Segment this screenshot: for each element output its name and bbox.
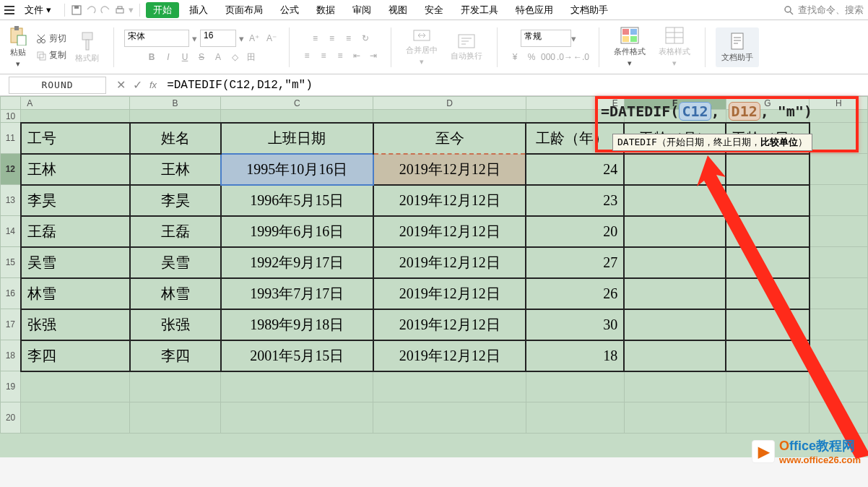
- cell[interactable]: 至今: [373, 123, 526, 154]
- cell[interactable]: 26: [526, 278, 624, 309]
- align-center-icon[interactable]: ≡: [316, 48, 331, 63]
- cell[interactable]: 1993年7月17日: [221, 278, 373, 309]
- cell[interactable]: [624, 216, 726, 247]
- cell[interactable]: 王磊: [130, 216, 221, 247]
- cell[interactable]: 李昊: [130, 185, 221, 216]
- cell[interactable]: 20: [526, 216, 624, 247]
- menu-tab-formula[interactable]: 公式: [273, 2, 306, 18]
- cell[interactable]: 上班日期: [221, 123, 373, 154]
- col-header-D[interactable]: D: [373, 97, 526, 110]
- increase-font-icon[interactable]: A⁺: [247, 31, 261, 46]
- cell[interactable]: 吴雪: [21, 247, 130, 278]
- row-header[interactable]: 14: [1, 216, 21, 247]
- cell[interactable]: 1989年9月18日: [221, 309, 373, 340]
- align-right-icon[interactable]: ≡: [333, 48, 347, 63]
- cell[interactable]: 2019年12月12日: [373, 309, 526, 340]
- cell[interactable]: 工号: [21, 123, 130, 154]
- number-format-select[interactable]: 常规: [521, 30, 571, 47]
- col-header-H[interactable]: H: [810, 97, 868, 110]
- currency-icon[interactable]: ¥: [508, 50, 522, 64]
- col-header-B[interactable]: B: [130, 97, 221, 110]
- cell[interactable]: [624, 340, 726, 371]
- row-header[interactable]: 18: [1, 340, 21, 371]
- format-painter-button[interactable]: 格式刷: [71, 30, 103, 65]
- cell[interactable]: 2001年5月15日: [221, 340, 373, 371]
- cell[interactable]: [726, 154, 810, 185]
- cell[interactable]: 24: [526, 154, 624, 185]
- align-top-icon[interactable]: ≡: [308, 31, 323, 46]
- cell[interactable]: 张强: [130, 309, 221, 340]
- menu-tab-assist[interactable]: 文档助手: [563, 2, 615, 18]
- formula-accept-icon[interactable]: ✓: [133, 78, 142, 92]
- cell[interactable]: 2019年12月12日: [373, 340, 526, 371]
- print-icon[interactable]: [114, 4, 126, 16]
- cell[interactable]: 王磊: [21, 216, 130, 247]
- menu-tab-special[interactable]: 特色应用: [508, 2, 560, 18]
- menu-tab-insert[interactable]: 插入: [182, 2, 215, 18]
- font-color-icon[interactable]: A: [211, 50, 225, 64]
- cell[interactable]: 2019年12月12日: [373, 185, 526, 216]
- cell[interactable]: 1992年9月17日: [221, 247, 373, 278]
- align-bot-icon[interactable]: ≡: [342, 31, 356, 46]
- col-header-C[interactable]: C: [221, 97, 373, 110]
- decrease-font-icon[interactable]: A⁻: [264, 31, 279, 46]
- indent-inc-icon[interactable]: ⇥: [366, 48, 381, 63]
- hamburger-icon[interactable]: [4, 6, 14, 14]
- cell[interactable]: [624, 247, 726, 278]
- wrap-button[interactable]: 自动换行: [446, 32, 487, 63]
- cell[interactable]: [726, 247, 810, 278]
- menu-tab-layout[interactable]: 页面布局: [218, 2, 270, 18]
- cell[interactable]: 2019年12月12日: [373, 216, 526, 247]
- cell[interactable]: 李四: [21, 340, 130, 371]
- cell[interactable]: 2019年12月12日: [373, 278, 526, 309]
- cell[interactable]: 王林: [130, 154, 221, 185]
- indent-dec-icon[interactable]: ⇤: [350, 48, 364, 63]
- row-header[interactable]: 19: [1, 371, 21, 402]
- cell[interactable]: 23: [526, 185, 624, 216]
- menu-tab-security[interactable]: 安全: [417, 2, 451, 18]
- comma-icon[interactable]: 000: [541, 50, 555, 64]
- cell[interactable]: 姓名: [130, 123, 221, 154]
- row-header[interactable]: 17: [1, 309, 21, 340]
- dec-inc-icon[interactable]: .0→: [557, 50, 572, 64]
- menu-tab-review[interactable]: 审阅: [345, 2, 378, 18]
- row-header[interactable]: 10: [1, 110, 21, 123]
- font-family-select[interactable]: 宋体: [124, 30, 189, 47]
- cell[interactable]: 李四: [130, 340, 221, 371]
- row-header[interactable]: 12: [1, 154, 21, 185]
- cell[interactable]: [726, 340, 810, 371]
- cell[interactable]: 吴雪: [130, 247, 221, 278]
- orient-icon[interactable]: ↻: [358, 31, 373, 46]
- row-header[interactable]: 11: [1, 123, 21, 154]
- row-header[interactable]: 13: [1, 185, 21, 216]
- formula-input[interactable]: [161, 75, 868, 95]
- menu-tab-view[interactable]: 视图: [381, 2, 415, 18]
- percent-icon[interactable]: %: [524, 50, 539, 64]
- cell[interactable]: 李昊: [21, 185, 130, 216]
- cell[interactable]: [624, 278, 726, 309]
- menubar-search[interactable]: 查找命令、搜索: [784, 4, 864, 17]
- copy-button[interactable]: 复制: [36, 49, 66, 61]
- menu-file[interactable]: 文件 ▾: [17, 2, 58, 18]
- cell[interactable]: 张强: [21, 309, 130, 340]
- dec-dec-icon[interactable]: ←.0: [574, 50, 589, 64]
- redo-icon[interactable]: [100, 4, 111, 16]
- cell-style-button[interactable]: 表格样式 ▾: [654, 25, 695, 69]
- cell[interactable]: 30: [526, 309, 624, 340]
- fill-color-icon[interactable]: ◇: [227, 50, 242, 64]
- merge-button[interactable]: 合并居中 ▾: [402, 26, 442, 68]
- active-cell[interactable]: [624, 154, 726, 185]
- cell[interactable]: 18: [526, 340, 624, 371]
- cell[interactable]: 林雪: [130, 278, 221, 309]
- cell[interactable]: [726, 278, 810, 309]
- align-left-icon[interactable]: ≡: [300, 48, 314, 63]
- cell[interactable]: 林雪: [21, 278, 130, 309]
- save-icon[interactable]: [71, 4, 82, 16]
- cell[interactable]: [726, 185, 810, 216]
- paste-button[interactable]: 粘贴 ▾: [4, 24, 32, 70]
- cell[interactable]: 王林: [21, 154, 130, 185]
- fx-icon[interactable]: fx: [149, 79, 157, 90]
- cell[interactable]: [726, 216, 810, 247]
- menu-tab-start[interactable]: 开始: [146, 2, 179, 18]
- col-header-A[interactable]: A: [21, 97, 130, 110]
